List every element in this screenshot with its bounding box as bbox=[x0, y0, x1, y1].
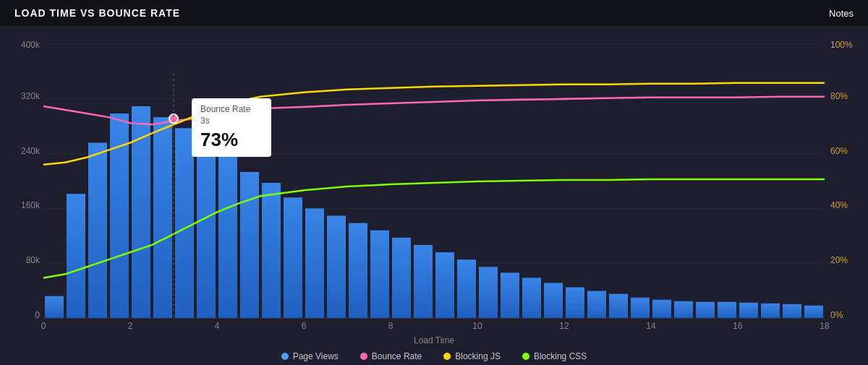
svg-rect-49 bbox=[349, 223, 367, 318]
main-chart-svg: 0 80k 160k 240k 320k 400k 0% 20% 40% 60%… bbox=[43, 37, 825, 322]
svg-rect-46 bbox=[284, 197, 302, 318]
svg-rect-57 bbox=[522, 278, 541, 318]
svg-text:4: 4 bbox=[215, 321, 220, 331]
svg-rect-55 bbox=[479, 267, 498, 318]
legend-item-blockingjs: Blocking JS bbox=[443, 351, 501, 361]
legend-label-blockingjs: Blocking JS bbox=[455, 351, 501, 361]
svg-rect-50 bbox=[370, 231, 389, 318]
svg-text:80%: 80% bbox=[830, 91, 848, 101]
svg-rect-36 bbox=[67, 194, 85, 318]
svg-rect-69 bbox=[783, 304, 801, 318]
svg-rect-43 bbox=[218, 154, 237, 318]
svg-text:0%: 0% bbox=[830, 310, 843, 320]
svg-rect-66 bbox=[718, 302, 736, 318]
legend-dot-blockingcss bbox=[522, 353, 529, 360]
svg-text:14: 14 bbox=[646, 321, 656, 331]
legend-label-pageviews: Page Views bbox=[293, 351, 339, 361]
chart-body: 0 80k 160k 240k 320k 400k 0% 20% 40% 60%… bbox=[0, 26, 868, 365]
svg-text:16: 16 bbox=[733, 321, 743, 331]
svg-rect-67 bbox=[739, 303, 758, 318]
chart-container: LOAD TIME VS BOUNCE RATE Notes 0 80k 160… bbox=[0, 0, 868, 365]
svg-rect-54 bbox=[457, 259, 476, 318]
svg-rect-53 bbox=[435, 252, 454, 318]
svg-rect-35 bbox=[45, 296, 64, 318]
svg-text:0: 0 bbox=[35, 310, 40, 320]
svg-rect-65 bbox=[696, 302, 715, 318]
svg-rect-64 bbox=[674, 301, 693, 318]
svg-rect-63 bbox=[652, 300, 671, 318]
svg-rect-44 bbox=[240, 172, 259, 318]
svg-rect-61 bbox=[609, 294, 628, 318]
chart-area: 0 80k 160k 240k 320k 400k 0% 20% 40% 60%… bbox=[43, 37, 825, 322]
svg-text:0: 0 bbox=[41, 321, 46, 331]
svg-text:18: 18 bbox=[820, 321, 830, 331]
svg-text:60%: 60% bbox=[830, 146, 848, 156]
svg-text:12: 12 bbox=[559, 321, 569, 331]
svg-rect-37 bbox=[88, 142, 107, 317]
chart-legend: Page Views Bounce Rate Blocking JS Block… bbox=[0, 351, 868, 361]
legend-label-blockingcss: Blocking CSS bbox=[534, 351, 587, 361]
svg-rect-48 bbox=[327, 216, 346, 318]
svg-rect-68 bbox=[761, 304, 780, 318]
svg-text:Load Time: Load Time bbox=[414, 335, 454, 345]
notes-button[interactable]: Notes bbox=[829, 8, 854, 19]
svg-text:400k: 400k bbox=[21, 40, 41, 50]
svg-text:20%: 20% bbox=[830, 255, 848, 265]
svg-text:6: 6 bbox=[302, 321, 307, 331]
svg-text:10: 10 bbox=[472, 321, 482, 331]
svg-rect-40 bbox=[153, 117, 172, 318]
legend-item-blockingcss: Blocking CSS bbox=[522, 351, 587, 361]
legend-dot-pageviews bbox=[281, 353, 289, 360]
svg-text:8: 8 bbox=[388, 321, 393, 331]
legend-dot-bouncerate bbox=[360, 353, 367, 360]
svg-rect-51 bbox=[392, 238, 411, 318]
svg-text:160k: 160k bbox=[21, 200, 41, 210]
legend-item-pageviews: Page Views bbox=[281, 351, 339, 361]
svg-rect-47 bbox=[305, 208, 324, 318]
legend-dot-blockingjs bbox=[443, 353, 451, 360]
svg-text:80k: 80k bbox=[26, 255, 41, 265]
svg-rect-62 bbox=[631, 298, 650, 318]
svg-rect-56 bbox=[501, 272, 519, 318]
svg-rect-52 bbox=[414, 245, 433, 318]
svg-text:100%: 100% bbox=[830, 40, 853, 50]
chart-title: LOAD TIME VS BOUNCE RATE bbox=[14, 7, 180, 19]
svg-rect-45 bbox=[262, 183, 281, 318]
svg-text:40%: 40% bbox=[830, 200, 848, 210]
svg-text:240k: 240k bbox=[21, 146, 41, 156]
legend-item-bouncerate: Bounce Rate bbox=[360, 351, 422, 361]
svg-rect-42 bbox=[197, 139, 216, 318]
svg-rect-59 bbox=[566, 288, 584, 318]
svg-rect-70 bbox=[804, 306, 823, 318]
svg-rect-60 bbox=[587, 291, 606, 318]
legend-label-bouncerate: Bounce Rate bbox=[372, 351, 422, 361]
chart-header: LOAD TIME VS BOUNCE RATE Notes bbox=[0, 0, 868, 26]
svg-rect-58 bbox=[544, 283, 563, 317]
svg-rect-41 bbox=[175, 128, 194, 318]
svg-text:2: 2 bbox=[128, 321, 133, 331]
svg-text:320k: 320k bbox=[21, 91, 41, 101]
